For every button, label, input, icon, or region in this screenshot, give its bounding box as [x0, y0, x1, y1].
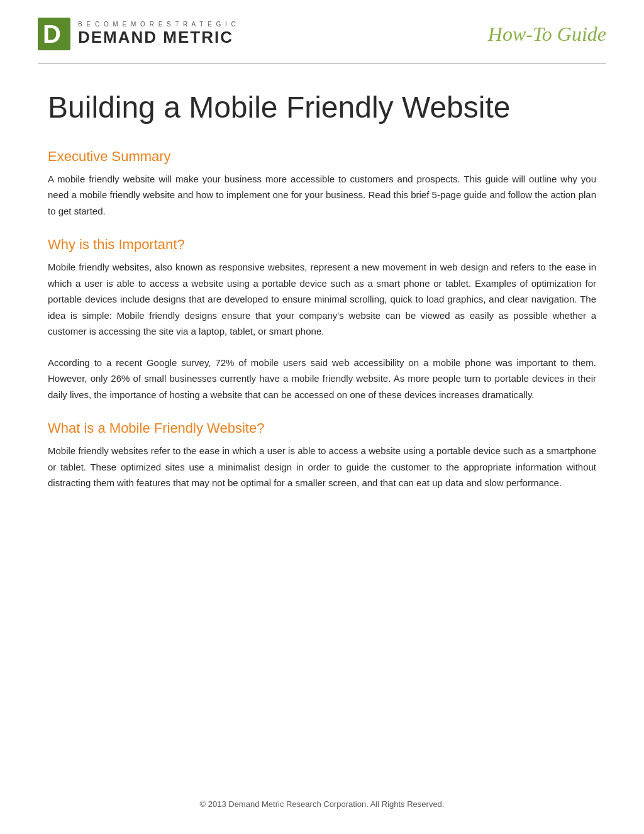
- section-body-why-important-p1: Mobile friendly websites, also known as …: [48, 259, 596, 340]
- how-to-guide-label: How-To Guide: [488, 23, 606, 46]
- section-heading-executive-summary: Executive Summary: [48, 148, 596, 165]
- section-heading-why-important: Why is this Important?: [48, 236, 596, 253]
- logo-tagline: B e c o m e M o r e S t r a t e g i c: [78, 21, 237, 28]
- page: D B e c o m e M o r e S t r a t e g i c …: [0, 0, 644, 834]
- section-executive-summary: Executive Summary A mobile friendly webs…: [48, 148, 596, 220]
- section-why-important: Why is this Important? Mobile friendly w…: [48, 236, 596, 403]
- header: D B e c o m e M o r e S t r a t e g i c …: [0, 0, 644, 63]
- section-what-is-mobile: What is a Mobile Friendly Website? Mobil…: [48, 420, 596, 491]
- section-body-why-important-p2: According to a recent Google survey, 72%…: [48, 355, 596, 403]
- section-body-executive-summary-p1: A mobile friendly website will make your…: [48, 171, 596, 220]
- page-title: Building a Mobile Friendly Website: [48, 89, 596, 126]
- svg-text:D: D: [43, 20, 61, 48]
- content-area: Building a Mobile Friendly Website Execu…: [0, 64, 644, 547]
- logo-name: DEMAND METRIC: [78, 28, 237, 47]
- logo-text-area: B e c o m e M o r e S t r a t e g i c DE…: [78, 21, 237, 47]
- section-heading-what-is-mobile: What is a Mobile Friendly Website?: [48, 420, 596, 436]
- demand-metric-logo-icon: D: [38, 18, 70, 50]
- logo-area: D B e c o m e M o r e S t r a t e g i c …: [38, 18, 237, 50]
- footer-text: © 2013 Demand Metric Research Corporatio…: [200, 799, 445, 809]
- section-body-what-is-mobile-p1: Mobile friendly websites refer to the ea…: [48, 443, 596, 491]
- footer: © 2013 Demand Metric Research Corporatio…: [0, 799, 644, 809]
